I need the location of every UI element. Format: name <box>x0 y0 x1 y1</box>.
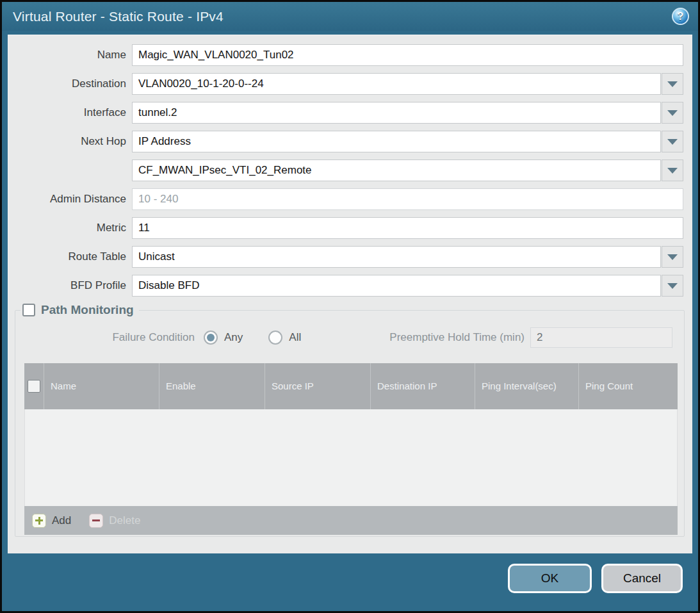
interface-dropdown-trigger[interactable] <box>662 102 683 124</box>
interface-label: Interface <box>8 106 132 119</box>
column-header-ping-interval: Ping Interval(sec) <box>475 363 578 409</box>
route-table-dropdown-trigger[interactable] <box>662 246 683 268</box>
destination-dropdown-trigger[interactable] <box>662 73 683 95</box>
next-hop-address-input[interactable] <box>132 159 661 181</box>
preemptive-hold-group: Preemptive Hold Time (min) <box>389 327 672 348</box>
admin-distance-input[interactable] <box>132 188 683 210</box>
preemptive-hold-input[interactable] <box>530 327 672 348</box>
chevron-down-icon <box>667 110 678 116</box>
cancel-button[interactable]: Cancel <box>601 564 683 593</box>
form-row-admin-distance: Admin Distance <box>8 188 692 211</box>
next-hop-address-dropdown-trigger[interactable] <box>662 159 683 181</box>
form-row-bfd-profile: BFD Profile <box>8 274 692 297</box>
column-header-source-ip: Source IP <box>265 363 370 409</box>
metric-label: Metric <box>8 222 132 234</box>
titlebar: Virtual Router - Static Route - IPv4 ? <box>2 2 698 31</box>
next-hop-type-input[interactable] <box>132 131 661 152</box>
bfd-profile-label: BFD Profile <box>8 279 132 292</box>
column-header-name: Name <box>44 363 159 409</box>
form-row-destination: Destination <box>8 72 692 95</box>
destination-input[interactable] <box>132 73 661 95</box>
column-header-ping-count: Ping Count <box>578 363 678 409</box>
failure-condition-any-radio[interactable] <box>204 331 218 345</box>
next-hop-type-dropdown-trigger[interactable] <box>662 131 683 152</box>
path-monitoring-section: Path Monitoring Failure Condition Any Al… <box>15 303 685 537</box>
bfd-profile-input[interactable] <box>132 275 661 297</box>
path-monitoring-title: Path Monitoring <box>41 303 134 317</box>
ok-button[interactable]: OK <box>508 564 592 593</box>
route-table-input[interactable] <box>132 246 661 268</box>
failure-condition-all-label: All <box>289 331 301 344</box>
chevron-down-icon <box>667 168 678 174</box>
minus-icon <box>89 514 103 528</box>
bfd-profile-dropdown-trigger[interactable] <box>662 275 683 297</box>
failure-condition-any-label: Any <box>224 331 243 344</box>
table-toolbar: Add Delete <box>24 506 678 535</box>
chevron-down-icon <box>667 254 678 260</box>
form-row-metric: Metric <box>8 217 692 240</box>
select-all-checkbox[interactable] <box>28 380 40 393</box>
delete-button-label: Delete <box>109 514 140 527</box>
next-hop-label: Next Hop <box>8 135 132 148</box>
route-form: Name Destination Interface <box>8 35 692 297</box>
destination-label: Destination <box>8 78 132 90</box>
name-input[interactable] <box>132 44 683 66</box>
form-row-next-hop: Next Hop <box>8 130 692 153</box>
table-header-checkbox-cell <box>24 363 44 409</box>
add-button[interactable]: Add <box>32 514 71 528</box>
path-monitoring-legend: Path Monitoring <box>20 303 139 317</box>
table-body-empty <box>24 409 678 506</box>
dialog-button-bar: OK Cancel <box>2 564 683 593</box>
admin-distance-label: Admin Distance <box>8 193 132 206</box>
path-monitoring-checkbox[interactable] <box>22 304 35 316</box>
add-button-label: Add <box>52 514 71 527</box>
path-monitoring-table: Name Enable Source IP Destination IP Pin… <box>24 363 678 535</box>
column-header-enable: Enable <box>159 363 265 409</box>
plus-icon <box>32 514 46 528</box>
form-row-next-hop-address <box>8 159 692 182</box>
name-label: Name <box>8 49 132 61</box>
chevron-down-icon <box>667 81 678 87</box>
failure-condition-label: Failure Condition <box>15 331 195 344</box>
content-panel: Name Destination Interface <box>8 35 692 553</box>
form-row-name: Name <box>8 44 692 67</box>
column-header-destination-ip: Destination IP <box>370 363 475 409</box>
metric-input[interactable] <box>132 217 683 239</box>
form-row-interface: Interface <box>8 101 692 124</box>
route-table-label: Route Table <box>8 250 132 263</box>
failure-condition-row: Failure Condition Any All Preemptive Hol… <box>15 326 684 349</box>
failure-condition-all-radio[interactable] <box>268 331 282 345</box>
chevron-down-icon <box>667 283 678 289</box>
preemptive-hold-label: Preemptive Hold Time (min) <box>389 331 530 344</box>
chevron-down-icon <box>667 139 678 145</box>
table-header-row: Name Enable Source IP Destination IP Pin… <box>24 363 678 409</box>
static-route-dialog: Virtual Router - Static Route - IPv4 ? N… <box>0 0 700 613</box>
interface-input[interactable] <box>132 102 661 124</box>
delete-button: Delete <box>89 514 140 528</box>
form-row-route-table: Route Table <box>8 245 692 268</box>
dialog-title: Virtual Router - Static Route - IPv4 <box>13 9 224 24</box>
help-icon[interactable]: ? <box>672 8 689 25</box>
